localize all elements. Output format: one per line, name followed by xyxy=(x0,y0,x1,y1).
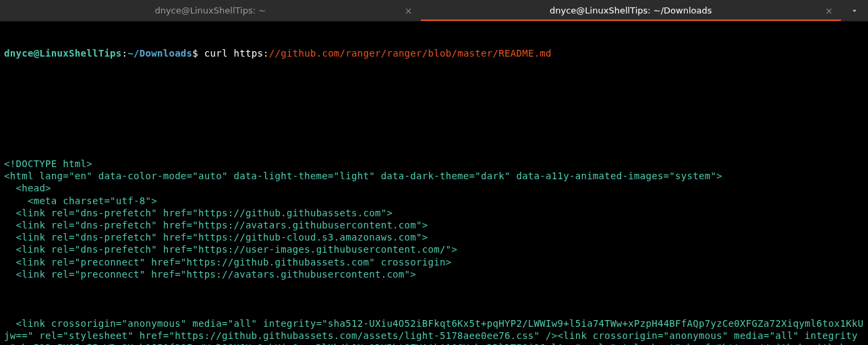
new-tab-button[interactable] xyxy=(841,0,868,21)
terminal-output[interactable]: dnyce@LinuxShellTips:~/Downloads$ curl h… xyxy=(0,22,868,345)
chevron-down-icon xyxy=(850,6,859,15)
command-text: curl https://github.com/ranger/ranger/bl… xyxy=(198,48,552,59)
tab-title: dnyce@LinuxShellTips: ~ xyxy=(154,5,266,15)
close-icon[interactable]: × xyxy=(825,5,833,16)
close-icon[interactable]: × xyxy=(405,5,413,16)
output-block: <!DOCTYPE html> <html lang="en" data-col… xyxy=(4,84,864,345)
tab-bar: dnyce@LinuxShellTips: ~ × dnyce@LinuxShe… xyxy=(0,0,868,22)
tab-downloads[interactable]: dnyce@LinuxShellTips: ~/Downloads × xyxy=(421,0,842,21)
prompt-path: ~/Downloads xyxy=(127,48,192,59)
prompt-line: dnyce@LinuxShellTips:~/Downloads$ curl h… xyxy=(4,47,864,59)
prompt-dollar: $ xyxy=(192,48,198,59)
tab-home[interactable]: dnyce@LinuxShellTips: ~ × xyxy=(0,0,421,21)
tab-title: dnyce@LinuxShellTips: ~/Downloads xyxy=(550,5,712,15)
prompt-user-host: dnyce@LinuxShellTips xyxy=(4,48,122,59)
prompt-colon: : xyxy=(122,48,128,59)
